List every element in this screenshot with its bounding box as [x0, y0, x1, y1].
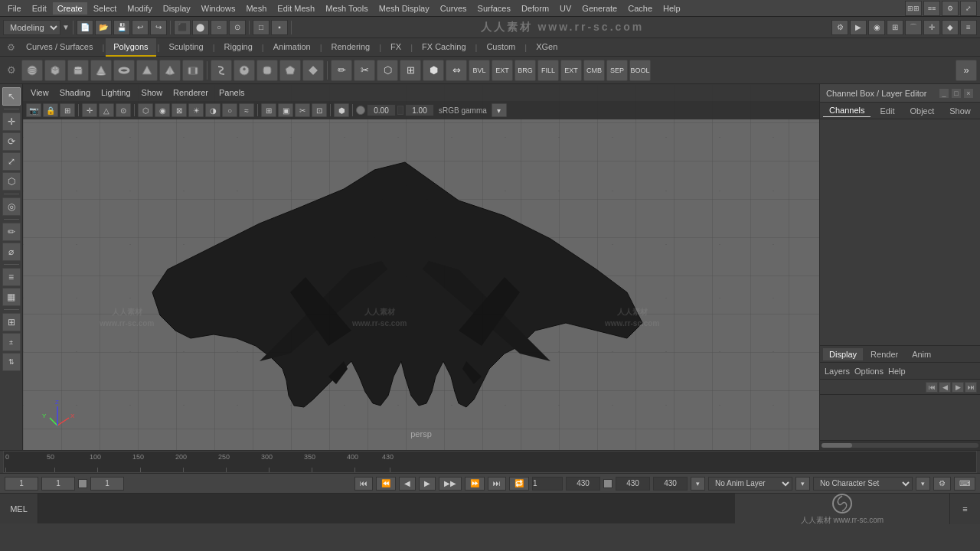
redo-btn[interactable]: ↪ [150, 20, 167, 35]
start-frame-input[interactable] [10, 479, 33, 487]
shelf-separate-btn[interactable]: SEP [606, 60, 628, 81]
shelf-cube-btn[interactable] [44, 60, 66, 81]
vp-motion-btn[interactable]: ≈ [239, 103, 254, 117]
dp-tab-anim[interactable]: Anim [906, 348, 937, 360]
render-btn[interactable]: ▶ [850, 20, 867, 35]
character-set-dropdown[interactable]: No Character Set [813, 477, 913, 491]
layer-menu-options[interactable]: Options [854, 367, 884, 376]
shelf-tab-custom[interactable]: Custom [479, 38, 523, 57]
layer-scroll-thumb[interactable] [822, 443, 852, 448]
shelf-soccer-btn[interactable] [234, 60, 255, 81]
expand-icon[interactable]: ⤢ [960, 1, 977, 16]
shelf-oct-btn[interactable] [302, 60, 324, 81]
menu-edit[interactable]: Edit [28, 2, 51, 15]
paint-tool-btn[interactable]: ✏ [2, 223, 21, 241]
menu-modify[interactable]: Modify [122, 2, 156, 15]
settings-icon[interactable]: ⚙ [942, 1, 959, 16]
mode-dropdown[interactable]: Modeling [3, 20, 60, 35]
snap-curve-btn[interactable]: ⌒ [905, 20, 922, 35]
menu-create[interactable]: Create [53, 2, 87, 15]
vp-shadow-btn[interactable]: ◑ [205, 103, 220, 117]
snap-point-btn[interactable]: ✛ [923, 20, 940, 35]
object-mode-btn[interactable]: □ [253, 20, 270, 35]
shelf-tab-polygons[interactable]: Polygons [106, 38, 155, 57]
move-tool-btn[interactable]: ✛ [2, 112, 21, 131]
measure-tool-btn[interactable]: ⊞ [2, 313, 21, 331]
vp-gamma-input[interactable] [405, 104, 434, 116]
shelf-tab-fx[interactable]: FX [383, 38, 409, 57]
shelf-sphere-btn[interactable] [21, 60, 43, 81]
vp-exposure-input[interactable] [367, 104, 396, 116]
vp-menu-panels[interactable]: Panels [214, 86, 250, 99]
menu-edit-mesh[interactable]: Edit Mesh [273, 2, 319, 15]
menu-deform[interactable]: Deform [517, 2, 554, 15]
shelf-extrude-btn[interactable]: EXT [492, 60, 513, 81]
shelf-pyramid-btn[interactable] [159, 60, 181, 81]
vp-crop-btn[interactable]: ✂ [295, 103, 310, 117]
rotate-tool-btn[interactable]: ⟳ [2, 132, 21, 151]
render-settings-btn[interactable]: ⚙ [831, 20, 848, 35]
view-icon[interactable]: ≡≡ [923, 1, 940, 16]
frame2-input[interactable] [47, 479, 70, 487]
vp-menu-shading[interactable]: Shading [55, 86, 95, 99]
transport-next-key[interactable]: ⏩ [465, 477, 485, 491]
anim-layer-dropdown[interactable]: No Anim Layer [708, 477, 792, 491]
universal-manip-btn[interactable]: ⬡ [2, 172, 21, 191]
rp-maximize-btn[interactable]: □ [951, 88, 962, 99]
layer-nav-next[interactable]: ▶ [952, 382, 964, 393]
open-scene-btn[interactable]: 📂 [95, 20, 112, 35]
shelf-tab-rigging[interactable]: Rigging [217, 38, 260, 57]
transport-prev-prev[interactable]: ⏮ [354, 477, 373, 491]
ch-tab-object[interactable]: Object [903, 105, 940, 117]
select-tool-btn[interactable]: ↖ [2, 87, 21, 106]
menu-mesh-display[interactable]: Mesh Display [374, 2, 434, 15]
vp-texture-btn[interactable]: ⊠ [172, 103, 187, 117]
anim-layer-dropdown-btn[interactable]: ▾ [795, 477, 810, 491]
shelf-pen-btn[interactable]: ✏ [331, 60, 352, 81]
scale-tool-btn[interactable]: ⤢ [2, 152, 21, 171]
layer-menu-help[interactable]: Help [888, 367, 906, 376]
vp-menu-lighting[interactable]: Lighting [96, 86, 136, 99]
shelf-icons-gear[interactable]: ⚙ [3, 62, 20, 79]
dp-tab-display[interactable]: Display [823, 348, 863, 360]
shelf-prism-btn[interactable] [136, 60, 158, 81]
shelf-cage-btn[interactable]: ⬢ [423, 60, 444, 81]
vp-gate-btn[interactable]: ⊡ [312, 103, 327, 117]
vp-grid-btn[interactable]: ⊞ [261, 103, 276, 117]
vp-camera-btn[interactable]: 📷 [26, 103, 41, 117]
vp-snap-btn[interactable]: ✛ [82, 103, 97, 117]
shelf-fill-btn[interactable]: FILL [537, 60, 559, 81]
attr-tool-btn[interactable]: ± [2, 333, 21, 351]
menu-select[interactable]: Select [89, 2, 122, 15]
vp-norm-btn[interactable]: △ [99, 103, 114, 117]
transport-play[interactable]: ▶ [419, 477, 436, 491]
ch-tab-edit[interactable]: Edit [874, 105, 900, 117]
viewport[interactable]: View Shading Lighting Show Renderer Pane… [23, 84, 819, 450]
frame3-input[interactable] [96, 479, 119, 487]
soft-select-tool-btn[interactable]: ◎ [2, 197, 21, 216]
menu-windows[interactable]: Windows [197, 2, 240, 15]
vp-smooth-btn[interactable]: ◉ [155, 103, 170, 117]
shelf-more-btn[interactable]: » [956, 60, 977, 81]
vp-hud-btn[interactable]: ▣ [278, 103, 293, 117]
layer-nav-prev[interactable]: ◀ [939, 382, 951, 393]
shelf-bevel-btn[interactable]: BVL [469, 60, 490, 81]
status-end-dropdown[interactable]: ▾ [691, 477, 705, 491]
timeline[interactable]: 0 50 100 150 200 250 300 350 400 430 [0, 450, 980, 473]
transport-prev-key[interactable]: ⏪ [376, 477, 396, 491]
shelf-cylinder-btn[interactable] [67, 60, 89, 81]
mel-input-field[interactable] [38, 494, 735, 523]
vp-crease-btn[interactable]: ⊙ [116, 103, 131, 117]
lasso-btn[interactable]: ⬤ [192, 20, 209, 35]
extra-tool-btn[interactable]: ⇅ [2, 353, 21, 371]
shelf-tab-curves-surfaces[interactable]: Curves / Surfaces [18, 38, 100, 57]
vp-gamma-dropdown[interactable]: ▾ [492, 103, 507, 117]
shelf-mirror-btn[interactable]: ⇔ [446, 60, 467, 81]
layer-nav-next-next[interactable]: ⏭ [965, 382, 977, 393]
rp-close-btn[interactable]: × [963, 88, 974, 99]
menu-mesh-tools[interactable]: Mesh Tools [321, 2, 372, 15]
shelf-combine-btn[interactable]: CMB [583, 60, 605, 81]
save-scene-btn[interactable]: 💾 [113, 20, 130, 35]
menu-curves[interactable]: Curves [436, 2, 472, 15]
ipr-btn[interactable]: ◉ [868, 20, 885, 35]
